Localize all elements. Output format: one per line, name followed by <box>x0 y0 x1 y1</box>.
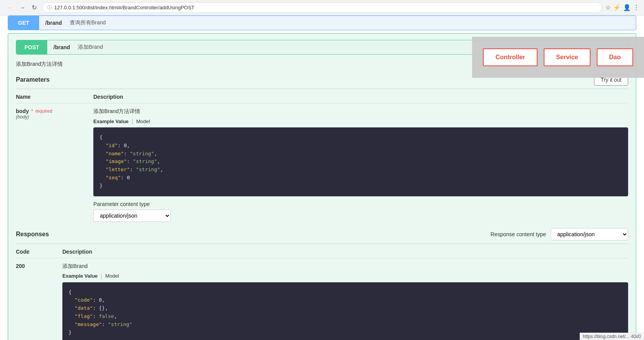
responses-col-code-header: Code <box>16 249 62 255</box>
address-icon: ⓘ <box>47 4 52 11</box>
menu-button[interactable]: ⋮ <box>633 4 639 11</box>
response-content-type-select[interactable]: application/json <box>551 228 628 240</box>
param-name: body <box>16 108 29 114</box>
get-method-badge: GET <box>8 16 39 30</box>
get-endpoint-desc: 查询所有Brand <box>68 19 106 26</box>
browser-bar: ← → ↻ ⓘ 127.0.0.1:500/dist/index.html#/B… <box>0 0 644 15</box>
response-model-tab[interactable]: Model <box>105 273 119 279</box>
post-endpoint-desc: 添加Brand <box>76 44 103 51</box>
response-content-type-label: Response content type <box>491 231 546 237</box>
param-code-block: { "id": 0, "name": "string", "image": "s… <box>93 127 628 196</box>
param-content-type-select[interactable]: application/json <box>93 209 171 222</box>
forward-button[interactable]: → <box>17 3 28 12</box>
params-col-desc-header: Description <box>93 94 628 100</box>
response-example-value-tab[interactable]: Example Value <box>62 273 98 279</box>
model-tab[interactable]: Model <box>136 118 150 124</box>
dao-button[interactable]: Dao <box>597 48 633 66</box>
param-row-body: body * required (body) 添加Brand方法详情 Examp… <box>16 108 628 222</box>
service-button[interactable]: Service <box>544 48 591 66</box>
response-description: 添加Brand <box>62 263 628 270</box>
post-expanded-section: POST /brand 添加Brand 添加Brand方法详情 Paramete… <box>8 33 636 340</box>
overlay-panel: Controller Service Dao <box>472 37 644 78</box>
response-code-block: { "code": 0, "data": {}, "flag": false, … <box>62 282 628 340</box>
response-example-tab-sep: | <box>101 273 102 279</box>
extensions-button[interactable]: ⚡ <box>613 4 621 11</box>
get-endpoint-path: /brand <box>39 16 68 30</box>
response-example-value-tabs: Example Value | Model <box>62 273 628 279</box>
param-desc-cell: 添加Brand方法详情 Example Value | Model { "id"… <box>93 108 628 222</box>
params-col-name-header: Name <box>16 94 93 100</box>
browser-actions: ☆ ⚡ 👤 ⋮ <box>605 4 639 11</box>
response-code-200: 200 <box>16 263 62 340</box>
response-desc-cell: 添加Brand Example Value | Model { "code": … <box>62 263 628 340</box>
params-table: Name Description body * required (body) … <box>16 94 628 222</box>
address-url: 127.0.0.1:500/dist/index.html#/BrandCont… <box>54 5 194 10</box>
responses-header: Responses Response content type applicat… <box>16 228 628 244</box>
param-content-type-label: Parameter content type <box>93 201 628 207</box>
example-tab-sep: | <box>132 118 133 124</box>
responses-section: Responses Response content type applicat… <box>16 228 628 340</box>
responses-table-header: Code Description <box>16 249 628 258</box>
responses-col-desc-header: Description <box>62 249 628 255</box>
status-bar: https://blog.csdn.net/... 40i/0 <box>580 333 644 340</box>
param-description: 添加Brand方法详情 <box>93 108 628 115</box>
example-value-tabs: Example Value | Model <box>93 118 628 124</box>
param-required-star: * <box>31 108 33 114</box>
response-row-200: 200 添加Brand Example Value | Model { "cod… <box>16 263 628 340</box>
parameters-title: Parameters <box>16 76 50 83</box>
status-url: https://blog.csdn.net/... 40i/0 <box>583 334 641 339</box>
example-value-tab[interactable]: Example Value <box>93 118 129 124</box>
param-required-text: required <box>35 108 52 114</box>
param-name-cell: body * required (body) <box>16 108 93 222</box>
param-type: (body) <box>16 114 93 120</box>
param-name-row: body * required <box>16 108 93 114</box>
bookmark-button[interactable]: ☆ <box>605 4 611 11</box>
responses-title: Responses <box>16 231 49 238</box>
get-endpoint-bar[interactable]: GET /brand 查询所有Brand <box>8 15 636 30</box>
controller-button[interactable]: Controller <box>483 48 537 66</box>
browser-nav: ← → ↻ <box>5 3 39 12</box>
post-endpoint-path: /brand <box>47 40 76 54</box>
back-button[interactable]: ← <box>5 3 15 12</box>
response-content-type-row: Response content type application/json <box>491 228 628 240</box>
reload-button[interactable]: ↻ <box>29 3 39 12</box>
params-header: Name Description <box>16 94 628 103</box>
profile-button[interactable]: 👤 <box>623 4 631 11</box>
address-bar[interactable]: ⓘ 127.0.0.1:500/dist/index.html#/BrandCo… <box>42 2 602 13</box>
post-method-badge: POST <box>16 40 47 54</box>
